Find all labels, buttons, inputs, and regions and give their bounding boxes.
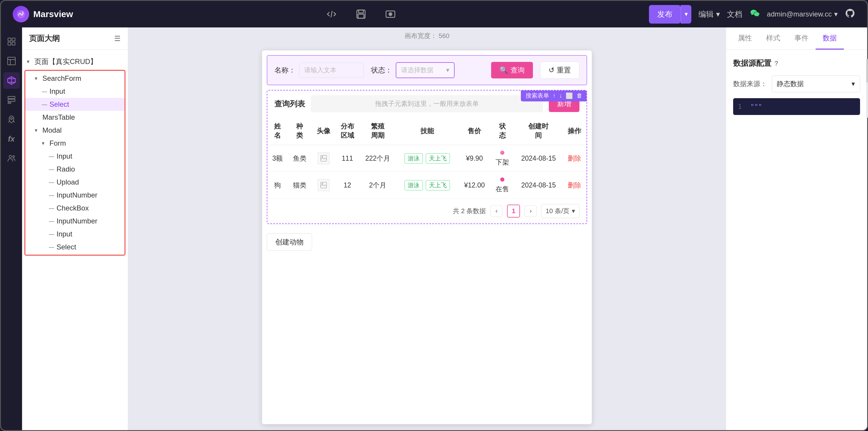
tab-properties[interactable]: 属性 — [731, 27, 759, 50]
tree-item-searchform[interactable]: ▾ SearchForm — [25, 72, 125, 85]
sidebar-icon-rocket[interactable] — [3, 111, 20, 128]
cell-cycle: 2个月 — [359, 172, 396, 199]
svg-rect-11 — [8, 42, 11, 45]
svg-rect-13 — [8, 57, 15, 65]
name-input[interactable]: 请输入文本 — [299, 62, 364, 78]
cell-distribution: 111 — [335, 145, 359, 172]
tree-item-marstable[interactable]: MarsTable — [25, 111, 125, 124]
tree-item-checkbox[interactable]: — CheckBox — [25, 202, 125, 214]
publish-button[interactable]: 发布 — [649, 5, 681, 24]
cell-action: 删除 — [563, 145, 587, 172]
help-icon[interactable]: ? — [774, 60, 778, 67]
reset-button[interactable]: ↺ 重置 — [540, 62, 580, 79]
svg-point-21 — [13, 156, 14, 157]
wechat-icon[interactable] — [749, 8, 760, 21]
table-row: 狗 猫类 — [267, 172, 587, 199]
table-section: 搜索表单 ↑ ↓ ⬜ 🗑 查询列表 拖拽子元素到这里，一般用来放表单 新增 — [267, 90, 587, 224]
tree-item-select2[interactable]: — Select — [25, 240, 125, 254]
create-animal-button[interactable]: 创建动物 — [267, 233, 312, 251]
cell-skills: 游泳 天上飞 — [396, 145, 459, 172]
cell-type: 鱼类 — [288, 145, 311, 172]
avatar-image — [318, 152, 330, 164]
tree-item-input3[interactable]: — Input — [25, 228, 125, 240]
cell-type: 猫类 — [288, 172, 311, 199]
right-panel-tabs: 属性 样式 事件 数据 — [726, 27, 867, 50]
cell-avatar — [311, 145, 335, 172]
outline-menu-icon[interactable]: ☰ — [114, 34, 121, 43]
docs-btn[interactable]: 文档 — [727, 9, 742, 20]
tree-item-radio[interactable]: — Radio — [25, 163, 125, 176]
sidebar-icon-layout[interactable] — [3, 53, 20, 69]
svg-line-2 — [331, 11, 332, 17]
status-field: 状态： 请选择数据 ▾ — [371, 62, 455, 78]
save-icon-btn[interactable] — [353, 7, 368, 22]
selection-border: ▾ SearchForm — Input — Select — [25, 70, 125, 256]
cell-status: 在售 — [491, 172, 515, 199]
col-action: 操作 — [563, 117, 587, 145]
code-icon-btn[interactable] — [324, 7, 339, 22]
svg-point-8 — [390, 13, 391, 15]
svg-rect-17 — [8, 99, 15, 102]
prev-page-btn[interactable]: ‹ — [491, 205, 502, 217]
tab-data[interactable]: 数据 — [815, 27, 844, 50]
col-created: 创建时间 — [515, 117, 563, 145]
col-cycle: 繁殖周期 — [359, 117, 396, 145]
sidebar-icon-users[interactable] — [3, 150, 20, 167]
tree-item-inputnumber1[interactable]: — InputNumber — [25, 189, 125, 202]
drop-zone[interactable]: 拖拽子元素到这里，一般用来放表单 — [311, 95, 543, 112]
datasource-select[interactable]: 静态数据 ▾ — [772, 76, 860, 92]
sidebar-icon-data[interactable] — [3, 92, 20, 108]
delete-button[interactable]: 删除 — [568, 154, 581, 162]
topbar: Marsview — [1, 1, 867, 27]
github-icon[interactable] — [845, 8, 855, 21]
cell-created: 2024-08-15 — [515, 145, 563, 172]
app-container: Marsview — [0, 0, 868, 431]
create-btn-area: 创建动物 — [262, 229, 592, 255]
tree-item-modal[interactable]: ▾ Modal — [25, 124, 125, 137]
outline-header: 页面大纲 ☰ — [22, 27, 128, 50]
cell-action: 删除 — [563, 172, 587, 199]
canvas-width-bar: 画布宽度： 560 — [128, 27, 726, 45]
cell-status: 下架 — [491, 145, 515, 172]
tree-item-page[interactable]: ▾ 页面【真实CRUD】 — [22, 55, 128, 69]
svg-rect-5 — [358, 14, 364, 18]
col-status: 状态 — [491, 117, 515, 145]
sidebar-icon-fx[interactable]: fx — [3, 131, 20, 147]
page-size-select[interactable]: 10 条/页 ▾ — [541, 204, 580, 218]
sidebar-icon-components[interactable] — [3, 72, 20, 89]
cell-price: ¥9.90 — [459, 145, 491, 172]
edit-btn[interactable]: 编辑 ▾ — [699, 9, 720, 20]
svg-rect-10 — [12, 38, 15, 41]
svg-rect-16 — [8, 96, 15, 98]
tree-item-select1[interactable]: — Select — [25, 98, 125, 111]
tree-item-input2[interactable]: — Input — [25, 150, 125, 163]
tree-item-input1[interactable]: — Input — [25, 85, 125, 98]
tab-events[interactable]: 事件 — [787, 27, 815, 50]
next-page-btn[interactable]: › — [525, 205, 536, 217]
col-type: 种类 — [288, 117, 311, 145]
canvas-frame: 名称： 请输入文本 状态： 请选择数据 ▾ — [262, 50, 592, 424]
sidebar-icon-pages[interactable] — [3, 33, 20, 50]
code-value: """ — [750, 103, 762, 110]
search-button[interactable]: 🔍 查询 — [491, 62, 533, 79]
tab-style[interactable]: 样式 — [759, 27, 787, 50]
col-price: 售价 — [459, 117, 491, 145]
cell-name: 3额 — [267, 145, 288, 172]
preview-icon-btn[interactable] — [383, 7, 398, 22]
sidebar-icons: fx — [1, 27, 22, 430]
canvas-scroll[interactable]: 名称： 请输入文本 状态： 请选择数据 ▾ — [128, 45, 726, 430]
tree-item-form[interactable]: ▾ Form — [25, 137, 125, 150]
delete-button[interactable]: 删除 — [568, 181, 581, 189]
scroll-thumb — [866, 59, 867, 83]
right-panel-content: 数据源配置 ? 数据来源： 静态数据 ▾ 1 """ — [726, 50, 867, 430]
svg-point-20 — [9, 155, 11, 158]
outline-tree: ▾ 页面【真实CRUD】 ▾ SearchForm — In — [22, 50, 128, 430]
canvas-area: 画布宽度： 560 名称： 请输入文本 状态： — [128, 27, 726, 430]
publish-dropdown-btn[interactable]: ▾ — [681, 5, 691, 24]
tree-item-inputnumber2[interactable]: — InputNumber — [25, 214, 125, 228]
tree-item-upload[interactable]: — Upload — [25, 176, 125, 189]
user-menu[interactable]: admin@marsview.cc ▾ — [767, 10, 838, 18]
right-panel: 属性 样式 事件 数据 数据源配置 ? 数据来源： 静态数据 ▾ — [726, 27, 867, 430]
current-page[interactable]: 1 — [507, 205, 520, 218]
status-select[interactable]: 请选择数据 ▾ — [396, 62, 455, 78]
